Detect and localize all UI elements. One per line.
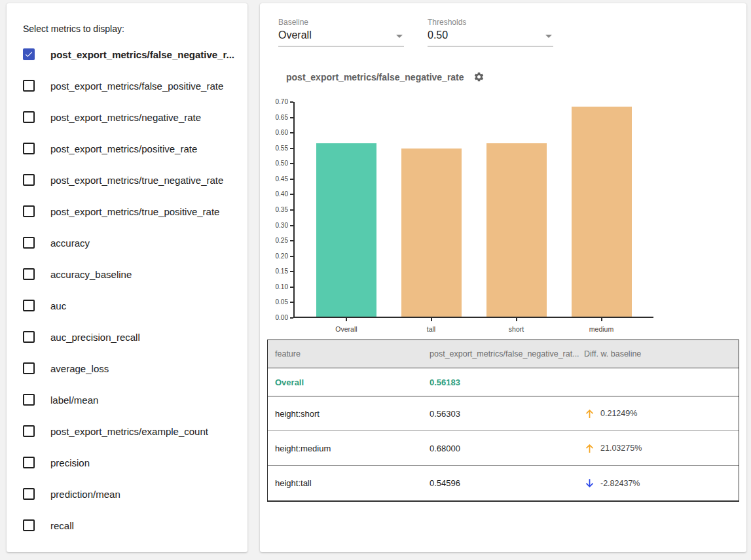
checkbox-unchecked-icon[interactable] (23, 205, 35, 217)
y-axis-tick (290, 287, 293, 288)
checkbox-unchecked-icon[interactable] (23, 143, 35, 154)
x-axis-tick-label: short (486, 325, 547, 333)
metric-item-post-export-metrics-true-negative-rate[interactable]: post_export_metrics/true_negative_rate (7, 164, 247, 196)
baseline-dropdown[interactable]: Baseline Overall (278, 18, 404, 46)
y-axis-tick (290, 194, 293, 195)
metric-item-post-export-metrics-true-positive-rate[interactable]: post_export_metrics/true_positive_rate (7, 196, 247, 227)
x-axis-tick-label: tall (401, 325, 462, 333)
bar-Overall[interactable] (316, 143, 376, 317)
metric-item-auc-precision-recall[interactable]: auc_precision_recall (7, 321, 247, 353)
diff-value: 21.03275% (600, 444, 642, 453)
x-axis-tick (516, 318, 517, 321)
x-axis-tick (346, 318, 347, 321)
y-axis-tick (290, 225, 293, 226)
metric-item-post-export-metrics-example-count[interactable]: post_export_metrics/example_count (7, 415, 247, 447)
metric-item-label: post_export_metrics/false_positive_rate (50, 80, 223, 92)
y-axis-tick-label: 0.70 (265, 99, 288, 105)
metric-item-label-mean[interactable]: label/mean (7, 384, 247, 415)
chevron-down-icon (396, 35, 403, 38)
y-axis-tick (290, 256, 293, 257)
y-axis-tick (290, 117, 293, 118)
y-axis-tick-label: 0.35 (265, 207, 288, 213)
y-axis-tick (290, 240, 293, 241)
metric-item-auc[interactable]: auc (7, 290, 247, 321)
checkbox-unchecked-icon[interactable] (23, 457, 35, 468)
metric-item-label: post_export_metrics/true_positive_rate (50, 206, 219, 217)
chart-title: post_export_metrics/false_negative_rate (286, 72, 464, 82)
table-row-Overall[interactable]: Overall0.56183 (268, 368, 739, 396)
metric-item-post-export-metrics-positive-rate[interactable]: post_export_metrics/positive_rate (7, 133, 247, 164)
checkbox-unchecked-icon[interactable] (23, 80, 35, 92)
bar-tall[interactable] (401, 149, 462, 317)
metric-value-cell: 0.54596 (422, 478, 577, 488)
table-row-height-short[interactable]: height:short0.563030.21249% (268, 396, 739, 431)
table-row-height-tall[interactable]: height:tall0.54596-2.82437% (268, 466, 739, 500)
y-axis-tick-label: 0.60 (265, 130, 288, 136)
y-axis-tick (290, 317, 293, 319)
metric-item-recall[interactable]: recall (7, 510, 247, 541)
arrow-down-icon (584, 478, 595, 489)
fairness-results-panel: Baseline Overall Thresholds 0.50 post_ex… (260, 3, 746, 552)
checkbox-unchecked-icon[interactable] (23, 331, 35, 343)
bar-short[interactable] (486, 143, 547, 317)
y-axis-tick-label: 0.50 (265, 160, 288, 167)
metric-item-label: post_export_metrics/negative_rate (50, 112, 201, 123)
metric-value-cell: 0.56303 (422, 409, 577, 419)
arrow-up-icon (584, 408, 595, 419)
y-axis-tick (290, 132, 293, 133)
y-axis-tick (290, 101, 293, 103)
metric-item-label: post_export_metrics/false_negative_r... (50, 49, 234, 60)
metric-item-post-export-metrics-false-negative-r[interactable]: post_export_metrics/false_negative_r... (7, 39, 247, 70)
feature-cell: height:tall (268, 478, 422, 488)
checkbox-unchecked-icon[interactable] (23, 488, 35, 500)
x-axis-tick-label: medium (572, 325, 632, 333)
metric-item-post-export-metrics-negative-rate[interactable]: post_export_metrics/negative_rate (7, 101, 247, 133)
diff-cell: 21.03275% (577, 443, 739, 454)
metric-item-accuracy[interactable]: accuracy (7, 227, 247, 258)
sidebar-title: Select metrics to display: (23, 24, 124, 34)
y-axis-tick-label: 0.20 (265, 253, 288, 260)
checkbox-unchecked-icon[interactable] (23, 519, 35, 531)
y-axis-tick (290, 271, 293, 272)
checkbox-checked-icon[interactable] (23, 48, 35, 60)
settings-gear-icon[interactable] (473, 71, 485, 82)
metric-item-post-export-metrics-false-positive-rate[interactable]: post_export_metrics/false_positive_rate (7, 70, 247, 101)
metric-value-cell: 0.56183 (422, 377, 577, 387)
metric-item-prediction-mean[interactable]: prediction/mean (7, 478, 247, 510)
y-axis-tick (290, 163, 293, 164)
metric-item-accuracy-baseline[interactable]: accuracy_baseline (7, 258, 247, 290)
thresholds-dropdown[interactable]: Thresholds 0.50 (428, 18, 553, 46)
checkbox-unchecked-icon[interactable] (23, 425, 35, 437)
checkbox-unchecked-icon[interactable] (23, 394, 35, 406)
feature-cell: height:medium (268, 444, 422, 453)
checkbox-unchecked-icon[interactable] (23, 174, 35, 186)
checkbox-unchecked-icon[interactable] (23, 111, 35, 123)
checkbox-unchecked-icon[interactable] (23, 237, 35, 249)
metric-item-label: prediction/mean (50, 489, 120, 500)
y-axis-tick (290, 179, 293, 180)
y-axis-tick (290, 209, 293, 211)
y-axis-tick-label: 0.00 (265, 315, 288, 321)
checkbox-unchecked-icon[interactable] (23, 268, 35, 280)
table-row-height-medium[interactable]: height:medium0.6800021.03275% (268, 431, 739, 466)
metric-select-sidebar: Select metrics to display: post_export_m… (7, 3, 247, 552)
y-axis-tick-label: 0.25 (265, 237, 288, 244)
arrow-up-icon (584, 443, 595, 454)
metric-item-precision[interactable]: precision (7, 447, 247, 478)
diff-value: -2.82437% (600, 479, 640, 488)
metric-item-average-loss[interactable]: average_loss (7, 353, 247, 384)
bar-chart: 0.000.050.100.150.200.250.300.350.400.45… (293, 102, 653, 318)
baseline-dropdown-label: Baseline (278, 18, 404, 27)
thresholds-dropdown-value: 0.50 (428, 29, 448, 41)
chart-header: post_export_metrics/false_negative_rate (286, 71, 485, 82)
diff-cell: 0.21249% (577, 408, 739, 419)
metrics-table: feature post_export_metrics/false_negati… (267, 340, 739, 502)
metric-list: post_export_metrics/false_negative_r...p… (7, 39, 247, 541)
metric-item-label: post_export_metrics/example_count (50, 426, 208, 437)
metric-item-label: post_export_metrics/positive_rate (50, 143, 197, 154)
diff-value: 0.21249% (600, 409, 637, 418)
checkbox-unchecked-icon[interactable] (23, 300, 35, 311)
checkbox-unchecked-icon[interactable] (23, 362, 35, 374)
bar-medium[interactable] (572, 107, 632, 317)
x-axis-tick (431, 318, 432, 321)
